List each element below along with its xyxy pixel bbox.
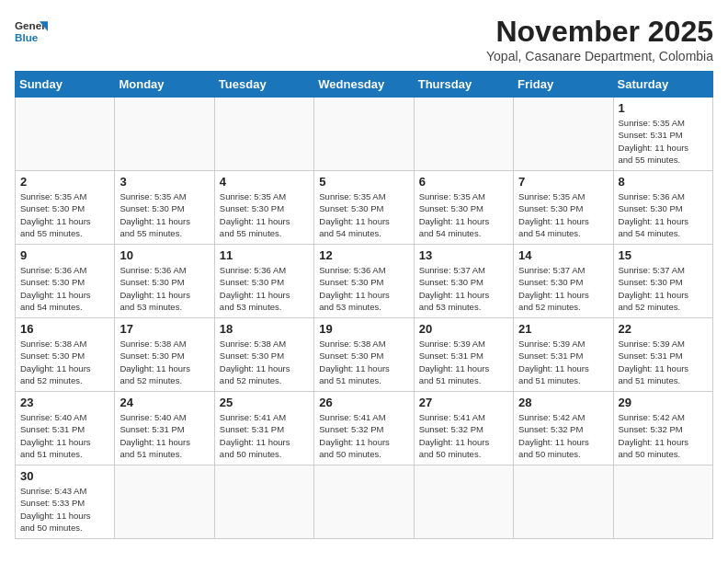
calendar-cell: 27Sunrise: 5:41 AM Sunset: 5:32 PM Dayli… xyxy=(414,392,513,465)
calendar-cell xyxy=(314,465,414,539)
day-number: 28 xyxy=(518,396,608,409)
col-header-tuesday: Tuesday xyxy=(214,72,313,98)
calendar-week-4: 23Sunrise: 5:40 AM Sunset: 5:31 PM Dayli… xyxy=(16,392,713,465)
col-header-wednesday: Wednesday xyxy=(314,72,414,98)
day-number: 11 xyxy=(220,248,309,262)
calendar-week-1: 2Sunrise: 5:35 AM Sunset: 5:30 PM Daylig… xyxy=(16,171,713,245)
calendar-cell xyxy=(115,465,214,539)
day-number: 15 xyxy=(619,248,708,262)
day-info: Sunrise: 5:43 AM Sunset: 5:33 PM Dayligh… xyxy=(20,485,109,534)
calendar-cell xyxy=(314,98,414,171)
calendar-cell: 12Sunrise: 5:36 AM Sunset: 5:30 PM Dayli… xyxy=(314,245,414,318)
day-info: Sunrise: 5:42 AM Sunset: 5:32 PM Dayligh… xyxy=(619,411,708,460)
day-info: Sunrise: 5:35 AM Sunset: 5:30 PM Dayligh… xyxy=(220,190,309,239)
day-number: 20 xyxy=(419,322,508,336)
day-number: 23 xyxy=(20,396,109,409)
calendar-cell: 17Sunrise: 5:38 AM Sunset: 5:30 PM Dayli… xyxy=(115,318,214,392)
calendar-cell: 18Sunrise: 5:38 AM Sunset: 5:30 PM Dayli… xyxy=(214,318,313,392)
day-info: Sunrise: 5:35 AM Sunset: 5:30 PM Dayligh… xyxy=(518,190,608,239)
calendar-cell: 7Sunrise: 5:35 AM Sunset: 5:30 PM Daylig… xyxy=(514,171,613,245)
calendar-cell xyxy=(514,465,613,539)
calendar-cell: 22Sunrise: 5:39 AM Sunset: 5:31 PM Dayli… xyxy=(613,318,712,392)
day-number: 14 xyxy=(518,248,608,262)
day-info: Sunrise: 5:36 AM Sunset: 5:30 PM Dayligh… xyxy=(20,264,109,313)
col-header-friday: Friday xyxy=(514,72,613,98)
calendar-cell xyxy=(214,98,313,171)
calendar-cell: 11Sunrise: 5:36 AM Sunset: 5:30 PM Dayli… xyxy=(214,245,313,318)
calendar-cell: 20Sunrise: 5:39 AM Sunset: 5:31 PM Dayli… xyxy=(414,318,513,392)
day-number: 9 xyxy=(20,248,109,262)
day-number: 21 xyxy=(518,322,608,336)
col-header-sunday: Sunday xyxy=(16,72,115,98)
calendar-cell: 9Sunrise: 5:36 AM Sunset: 5:30 PM Daylig… xyxy=(16,245,115,318)
calendar-table: SundayMondayTuesdayWednesdayThursdayFrid… xyxy=(15,71,713,539)
calendar-cell xyxy=(514,98,613,171)
calendar-cell: 10Sunrise: 5:36 AM Sunset: 5:30 PM Dayli… xyxy=(115,245,214,318)
svg-text:General: General xyxy=(15,19,48,31)
calendar-cell: 13Sunrise: 5:37 AM Sunset: 5:30 PM Dayli… xyxy=(414,245,513,318)
title-block: November 2025 Yopal, Casanare Department… xyxy=(486,15,713,63)
calendar-cell xyxy=(214,465,313,539)
calendar-cell: 25Sunrise: 5:41 AM Sunset: 5:31 PM Dayli… xyxy=(214,392,313,465)
calendar-cell xyxy=(414,465,513,539)
calendar-cell: 16Sunrise: 5:38 AM Sunset: 5:30 PM Dayli… xyxy=(16,318,115,392)
day-info: Sunrise: 5:35 AM Sunset: 5:30 PM Dayligh… xyxy=(119,190,209,239)
day-info: Sunrise: 5:35 AM Sunset: 5:31 PM Dayligh… xyxy=(619,117,708,166)
logo-icon: General Blue xyxy=(15,15,48,48)
day-info: Sunrise: 5:41 AM Sunset: 5:32 PM Dayligh… xyxy=(419,411,508,460)
day-number: 1 xyxy=(619,101,708,115)
calendar-cell: 26Sunrise: 5:41 AM Sunset: 5:32 PM Dayli… xyxy=(314,392,414,465)
calendar-week-3: 16Sunrise: 5:38 AM Sunset: 5:30 PM Dayli… xyxy=(16,318,713,392)
calendar-cell: 28Sunrise: 5:42 AM Sunset: 5:32 PM Dayli… xyxy=(514,392,613,465)
logo: General Blue xyxy=(15,15,48,48)
day-number: 27 xyxy=(419,396,508,409)
day-info: Sunrise: 5:38 AM Sunset: 5:30 PM Dayligh… xyxy=(20,338,109,386)
calendar-cell: 23Sunrise: 5:40 AM Sunset: 5:31 PM Dayli… xyxy=(16,392,115,465)
calendar-cell xyxy=(414,98,513,171)
calendar-cell: 1Sunrise: 5:35 AM Sunset: 5:31 PM Daylig… xyxy=(613,98,712,171)
calendar-cell: 6Sunrise: 5:35 AM Sunset: 5:30 PM Daylig… xyxy=(414,171,513,245)
calendar-cell: 2Sunrise: 5:35 AM Sunset: 5:30 PM Daylig… xyxy=(16,171,115,245)
day-number: 6 xyxy=(419,175,508,189)
day-info: Sunrise: 5:40 AM Sunset: 5:31 PM Dayligh… xyxy=(119,411,209,460)
month-title: November 2025 xyxy=(486,15,713,49)
day-number: 16 xyxy=(20,322,109,336)
day-number: 4 xyxy=(220,175,309,189)
day-info: Sunrise: 5:38 AM Sunset: 5:30 PM Dayligh… xyxy=(220,338,309,386)
col-header-thursday: Thursday xyxy=(414,72,513,98)
day-info: Sunrise: 5:35 AM Sunset: 5:30 PM Dayligh… xyxy=(419,190,508,239)
day-number: 5 xyxy=(319,175,408,189)
col-header-saturday: Saturday xyxy=(613,72,712,98)
calendar-cell: 3Sunrise: 5:35 AM Sunset: 5:30 PM Daylig… xyxy=(115,171,214,245)
day-info: Sunrise: 5:41 AM Sunset: 5:32 PM Dayligh… xyxy=(319,411,408,460)
day-info: Sunrise: 5:35 AM Sunset: 5:30 PM Dayligh… xyxy=(20,190,109,239)
day-info: Sunrise: 5:37 AM Sunset: 5:30 PM Dayligh… xyxy=(619,264,708,313)
day-number: 22 xyxy=(619,322,708,336)
day-info: Sunrise: 5:40 AM Sunset: 5:31 PM Dayligh… xyxy=(20,411,109,460)
day-number: 17 xyxy=(119,322,209,336)
day-number: 19 xyxy=(319,322,408,336)
day-info: Sunrise: 5:36 AM Sunset: 5:30 PM Dayligh… xyxy=(619,190,708,239)
calendar-cell xyxy=(16,98,115,171)
day-number: 18 xyxy=(220,322,309,336)
svg-text:Blue: Blue xyxy=(15,31,39,43)
day-number: 2 xyxy=(20,175,109,189)
day-number: 12 xyxy=(319,248,408,262)
calendar-cell: 19Sunrise: 5:38 AM Sunset: 5:30 PM Dayli… xyxy=(314,318,414,392)
calendar-cell: 29Sunrise: 5:42 AM Sunset: 5:32 PM Dayli… xyxy=(613,392,712,465)
calendar-cell: 15Sunrise: 5:37 AM Sunset: 5:30 PM Dayli… xyxy=(613,245,712,318)
day-info: Sunrise: 5:35 AM Sunset: 5:30 PM Dayligh… xyxy=(319,190,408,239)
day-number: 26 xyxy=(319,396,408,409)
calendar-cell: 24Sunrise: 5:40 AM Sunset: 5:31 PM Dayli… xyxy=(115,392,214,465)
calendar-week-0: 1Sunrise: 5:35 AM Sunset: 5:31 PM Daylig… xyxy=(16,98,713,171)
day-number: 25 xyxy=(220,396,309,409)
day-info: Sunrise: 5:36 AM Sunset: 5:30 PM Dayligh… xyxy=(119,264,209,313)
day-info: Sunrise: 5:38 AM Sunset: 5:30 PM Dayligh… xyxy=(119,338,209,386)
day-number: 10 xyxy=(119,248,209,262)
day-info: Sunrise: 5:37 AM Sunset: 5:30 PM Dayligh… xyxy=(518,264,608,313)
day-number: 30 xyxy=(20,469,109,483)
calendar-cell: 4Sunrise: 5:35 AM Sunset: 5:30 PM Daylig… xyxy=(214,171,313,245)
day-number: 3 xyxy=(119,175,209,189)
day-info: Sunrise: 5:42 AM Sunset: 5:32 PM Dayligh… xyxy=(518,411,608,460)
calendar-body: 1Sunrise: 5:35 AM Sunset: 5:31 PM Daylig… xyxy=(16,98,713,539)
